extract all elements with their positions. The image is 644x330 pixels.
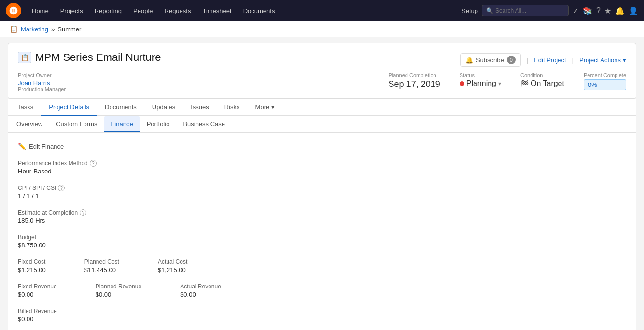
cpi-value: 1 / 1 / 1 [18, 192, 626, 200]
owner-name[interactable]: Joan Harris [18, 79, 85, 86]
tab-portfolio[interactable]: Portfolio [140, 116, 177, 132]
tab-custom-forms[interactable]: Custom Forms [49, 116, 104, 132]
fixed-revenue-label: Fixed Revenue [18, 283, 57, 290]
fixed-cost-field: Fixed Cost $1,215.00 [18, 258, 46, 273]
planned-revenue-value: $0.00 [96, 291, 141, 298]
breadcrumb-parent[interactable]: Marketing [21, 26, 48, 33]
status-value[interactable]: Planning [466, 79, 496, 88]
tab-risks[interactable]: Risks [217, 99, 248, 116]
fixed-cost-value: $1,215.00 [18, 266, 46, 273]
cost-row: Fixed Cost $1,215.00 Planned Cost $11,44… [18, 258, 626, 273]
performance-index-label: Performance Index Method [18, 160, 88, 167]
estimate-label: Estimate at Completion [18, 209, 78, 216]
percent-label: Percent Complete [584, 72, 626, 78]
project-card: 📋 MPM Series Email Nurture 🔔 Subscribe 0… [8, 43, 636, 99]
user-icon[interactable]: 👤 [629, 6, 638, 15]
breadcrumb-separator: » [51, 26, 55, 33]
subscribe-label: Subscribe [476, 57, 504, 64]
nav-documents[interactable]: Documents [238, 4, 280, 17]
actual-revenue-field: Actual Revenue $0.00 [180, 283, 221, 298]
planned-cost-label: Planned Cost [84, 258, 119, 265]
revenue-row: Fixed Revenue $0.00 Planned Revenue $0.0… [18, 283, 626, 298]
nav-people[interactable]: People [128, 4, 157, 17]
breadcrumb-icon: 📋 [10, 25, 18, 33]
subscribe-button[interactable]: 🔔 Subscribe 0 [460, 53, 521, 67]
tabs-row2: Overview Custom Forms Finance Portfolio … [8, 116, 636, 133]
nav-reporting[interactable]: Reporting [90, 4, 126, 17]
condition-label: Condition [520, 72, 564, 78]
more-dropdown-icon: ▾ [271, 103, 275, 111]
tab-tasks[interactable]: Tasks [10, 99, 41, 116]
performance-index-field: Performance Index Method ? Hour-Based [18, 160, 626, 175]
actual-cost-label: Actual Cost [158, 258, 187, 265]
nav-timesheet[interactable]: Timesheet [197, 4, 236, 17]
edit-project-button[interactable]: Edit Project [534, 57, 566, 64]
tab-updates[interactable]: Updates [144, 99, 183, 116]
percent-value[interactable]: 0% [584, 79, 626, 90]
billed-revenue-field: Billed Revenue $0.00 [18, 308, 626, 323]
planned-cost-field: Planned Cost $11,445.00 [84, 258, 119, 273]
project-actions-button[interactable]: Project Actions ▾ [579, 57, 626, 64]
estimate-value: 185.0 Hrs [18, 217, 626, 224]
edit-finance-button[interactable]: ✏️ Edit Finance [18, 143, 64, 150]
separator2: | [572, 57, 574, 64]
tab-project-details[interactable]: Project Details [41, 99, 97, 116]
budget-label: Budget [18, 234, 36, 241]
status-dropdown-icon[interactable]: ▾ [498, 80, 501, 87]
bell-icon[interactable]: 🔔 [615, 6, 625, 15]
tabs-row1: Tasks Project Details Documents Updates … [8, 99, 636, 116]
check-icon[interactable]: ✓ [573, 6, 579, 15]
bell-icon: 🔔 [465, 57, 473, 64]
actual-revenue-label: Actual Revenue [180, 283, 221, 290]
app-logo[interactable] [6, 3, 21, 18]
edit-finance-label: Edit Finance [29, 143, 64, 150]
tab-documents[interactable]: Documents [97, 99, 144, 116]
top-nav: Home Projects Reporting People Requests … [0, 0, 644, 21]
help-icon[interactable]: ? [596, 6, 601, 15]
search-box[interactable]: 🔍 [482, 5, 569, 16]
status-label: Status [460, 72, 501, 78]
performance-index-help[interactable]: ? [90, 160, 97, 167]
planned-revenue-field: Planned Revenue $0.00 [96, 283, 141, 298]
fixed-revenue-value: $0.00 [18, 291, 57, 298]
tab-overview[interactable]: Overview [10, 116, 49, 132]
planned-cost-value: $11,445.00 [84, 266, 119, 273]
cpi-field: CPI / SPI / CSI ? 1 / 1 / 1 [18, 185, 626, 200]
budget-value: $8,750.00 [18, 242, 626, 249]
cpi-label: CPI / SPI / CSI [18, 185, 56, 191]
planned-completion-label: Planned Completion [389, 72, 440, 78]
billed-revenue-value: $0.00 [18, 316, 626, 323]
actual-cost-field: Actual Cost $1,215.00 [158, 258, 187, 273]
actual-cost-value: $1,215.00 [158, 266, 187, 273]
dropdown-arrow-icon: ▾ [623, 57, 626, 64]
budget-field: Budget $8,750.00 [18, 234, 626, 249]
separator: | [527, 57, 528, 64]
nav-setup[interactable]: Setup [462, 7, 478, 14]
project-meta: Project Owner Joan Harris Production Man… [18, 72, 626, 98]
condition-icon: 🏁 [520, 80, 529, 87]
library-icon[interactable]: 📚 [583, 6, 592, 15]
estimate-help[interactable]: ? [80, 209, 86, 216]
star-icon[interactable]: ★ [604, 6, 611, 15]
search-input[interactable] [495, 7, 564, 14]
condition-value: On Target [531, 79, 564, 88]
estimate-field: Estimate at Completion ? 185.0 Hrs [18, 209, 626, 224]
planned-completion-date: Sep 17, 2019 [389, 79, 440, 89]
tab-finance[interactable]: Finance [104, 116, 140, 132]
actual-revenue-value: $0.00 [180, 291, 221, 298]
cpi-help[interactable]: ? [58, 185, 65, 191]
tab-more[interactable]: More ▾ [248, 99, 283, 116]
breadcrumb-child: Summer [57, 26, 81, 33]
finance-section: Performance Index Method ? Hour-Based CP… [18, 160, 626, 323]
fixed-cost-label: Fixed Cost [18, 258, 46, 265]
nav-home[interactable]: Home [27, 4, 54, 17]
tab-business-case[interactable]: Business Case [176, 116, 232, 132]
search-icon: 🔍 [486, 7, 493, 14]
nav-projects[interactable]: Projects [56, 4, 88, 17]
tab-issues[interactable]: Issues [183, 99, 217, 116]
pencil-icon: ✏️ [18, 143, 26, 150]
project-title: MPM Series Email Nurture [35, 51, 161, 64]
nav-requests[interactable]: Requests [160, 4, 196, 17]
project-icon: 📋 [18, 52, 31, 63]
fixed-revenue-field: Fixed Revenue $0.00 [18, 283, 57, 298]
